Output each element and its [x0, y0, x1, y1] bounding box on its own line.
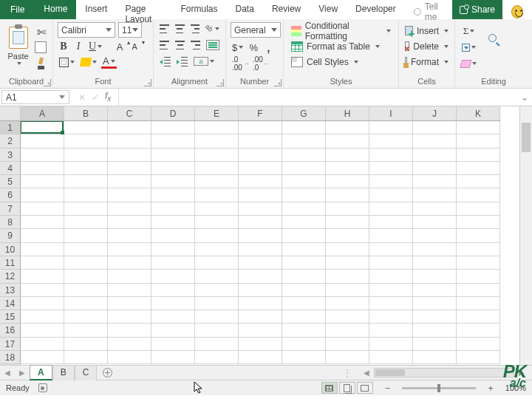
column-header-G[interactable]: G: [282, 106, 326, 120]
clear-button[interactable]: [460, 57, 478, 70]
cell-B17[interactable]: [64, 338, 108, 351]
cell-I14[interactable]: [369, 297, 413, 310]
bold-button[interactable]: B: [58, 40, 69, 53]
cell-E11[interactable]: [195, 256, 239, 270]
paste-button[interactable]: Paste: [4, 22, 32, 66]
cell-E2[interactable]: [195, 134, 239, 148]
tab-developer[interactable]: Developer: [347, 0, 405, 19]
cell-D4[interactable]: [151, 162, 195, 175]
row-header-2[interactable]: 2: [0, 134, 21, 148]
number-format-combo[interactable]: General: [231, 22, 281, 38]
comma-format-button[interactable]: ,: [262, 41, 274, 54]
cell-C2[interactable]: [108, 134, 151, 148]
orientation-button[interactable]: [204, 22, 221, 35]
cell-K2[interactable]: [457, 134, 500, 148]
cell-G12[interactable]: [282, 270, 326, 283]
italic-button[interactable]: I: [72, 40, 84, 53]
hscroll-left[interactable]: ◀: [359, 369, 374, 377]
cell-G11[interactable]: [282, 256, 326, 270]
cell-B14[interactable]: [64, 297, 108, 310]
cell-H12[interactable]: [326, 270, 369, 283]
cell-E12[interactable]: [195, 270, 239, 283]
sheet-nav-prev[interactable]: ◀: [0, 369, 15, 377]
increase-font-button[interactable]: A: [114, 40, 126, 53]
cell-C11[interactable]: [108, 256, 151, 270]
cell-H7[interactable]: [326, 202, 369, 216]
cell-G8[interactable]: [282, 216, 326, 229]
find-select-button[interactable]: [481, 22, 508, 66]
cell-E17[interactable]: [195, 338, 239, 351]
cell-J3[interactable]: [413, 148, 457, 162]
cell-E1[interactable]: [195, 121, 239, 134]
cell-H16[interactable]: [326, 324, 369, 337]
sheet-tab-B[interactable]: B: [52, 365, 75, 380]
cell-I6[interactable]: [369, 188, 413, 202]
cell-F18[interactable]: [239, 351, 282, 364]
zoom-in-button[interactable]: +: [485, 383, 497, 394]
cell-I16[interactable]: [369, 324, 413, 337]
cell-E6[interactable]: [195, 188, 239, 202]
row-header-18[interactable]: 18: [0, 351, 21, 364]
cell-K10[interactable]: [457, 243, 500, 256]
cell-K13[interactable]: [457, 284, 500, 297]
cell-styles-button[interactable]: Cell Styles: [288, 55, 394, 69]
format-painter-button[interactable]: [35, 57, 48, 70]
new-sheet-button[interactable]: [100, 366, 115, 380]
cell-A7[interactable]: [21, 202, 64, 216]
column-header-B[interactable]: B: [64, 106, 108, 120]
column-header-C[interactable]: C: [108, 106, 151, 120]
cell-J8[interactable]: [413, 216, 457, 229]
row-header-14[interactable]: 14: [0, 297, 21, 310]
cell-J6[interactable]: [413, 188, 457, 202]
cell-B3[interactable]: [64, 148, 108, 162]
cell-F5[interactable]: [239, 175, 282, 188]
cell-H6[interactable]: [326, 188, 369, 202]
font-dialog-launcher[interactable]: [144, 79, 151, 86]
cell-B13[interactable]: [64, 284, 108, 297]
insert-cells-button[interactable]: Insert: [403, 24, 450, 38]
share-button[interactable]: Share: [452, 0, 502, 19]
cell-K9[interactable]: [457, 229, 500, 242]
cell-H5[interactable]: [326, 175, 369, 188]
cell-A14[interactable]: [21, 297, 64, 310]
cell-H15[interactable]: [326, 310, 369, 324]
cell-C13[interactable]: [108, 284, 151, 297]
cell-D2[interactable]: [151, 134, 195, 148]
cell-D17[interactable]: [151, 338, 195, 351]
cell-C15[interactable]: [108, 310, 151, 324]
cell-F12[interactable]: [239, 270, 282, 283]
format-cells-button[interactable]: Format: [403, 55, 450, 69]
cell-K6[interactable]: [457, 188, 500, 202]
font-name-combo[interactable]: Calibri: [58, 22, 115, 38]
row-header-17[interactable]: 17: [0, 338, 21, 351]
column-header-K[interactable]: K: [457, 106, 500, 120]
cell-C18[interactable]: [108, 351, 151, 364]
cell-E14[interactable]: [195, 297, 239, 310]
cell-A10[interactable]: [21, 243, 64, 256]
cell-F10[interactable]: [239, 243, 282, 256]
cell-H4[interactable]: [326, 162, 369, 175]
cell-D1[interactable]: [151, 121, 195, 134]
cell-F6[interactable]: [239, 188, 282, 202]
cell-A5[interactable]: [21, 175, 64, 188]
cell-D7[interactable]: [151, 202, 195, 216]
cell-E15[interactable]: [195, 310, 239, 324]
cell-I12[interactable]: [369, 270, 413, 283]
cell-I7[interactable]: [369, 202, 413, 216]
cell-E10[interactable]: [195, 243, 239, 256]
cell-I1[interactable]: [369, 121, 413, 134]
tab-home[interactable]: Home: [35, 0, 76, 19]
accounting-format-button[interactable]: $: [231, 41, 245, 54]
cell-F14[interactable]: [239, 297, 282, 310]
cell-G13[interactable]: [282, 284, 326, 297]
cell-B16[interactable]: [64, 324, 108, 337]
cell-J5[interactable]: [413, 175, 457, 188]
cell-B2[interactable]: [64, 134, 108, 148]
cell-I18[interactable]: [369, 351, 413, 364]
cell-D13[interactable]: [151, 284, 195, 297]
cell-H8[interactable]: [326, 216, 369, 229]
cell-C6[interactable]: [108, 188, 151, 202]
hscroll-right[interactable]: ▶: [514, 369, 529, 377]
sheet-tab-A[interactable]: A: [30, 365, 52, 380]
cell-B6[interactable]: [64, 188, 108, 202]
